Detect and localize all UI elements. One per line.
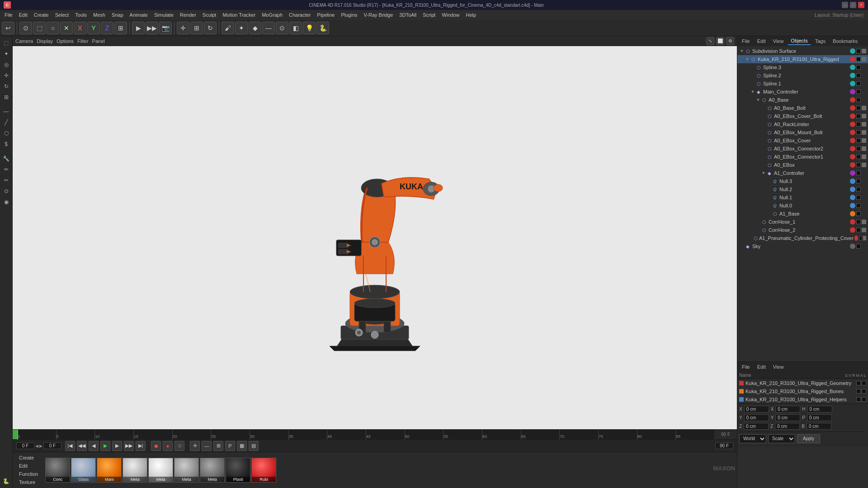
tree-vis-toggle-8[interactable]: [856, 114, 861, 118]
paint-button[interactable]: 🖌: [222, 22, 234, 34]
material-glass[interactable]: Glass: [71, 458, 96, 483]
viewport-camera-menu[interactable]: Camera: [15, 38, 33, 44]
left-tool-15[interactable]: ◉: [1, 197, 11, 207]
menu-animate[interactable]: Animate: [127, 11, 151, 19]
material-meta3[interactable]: Meta: [174, 458, 199, 483]
tree-item-9[interactable]: ⬡A0_RackLimiter: [737, 120, 868, 128]
menu-render[interactable]: Render: [177, 11, 199, 19]
menu-select[interactable]: Select: [52, 11, 72, 19]
material-meta1[interactable]: Meta: [123, 458, 147, 483]
prev-frame-button[interactable]: ◀◀: [77, 441, 87, 451]
tree-vis-toggle-24[interactable]: [856, 244, 861, 249]
menu-pipeline[interactable]: Pipeline: [314, 11, 337, 19]
tree-item-17[interactable]: QNull.2: [737, 185, 868, 193]
rectangle-selection-button[interactable]: ⬚: [33, 22, 46, 34]
tree-item-13[interactable]: ⬡A0_EBox_Connector1: [737, 153, 868, 161]
texture-button[interactable]: ◧: [289, 22, 302, 34]
tree-item-19[interactable]: QNull.0: [737, 202, 868, 210]
tree-arrow-15[interactable]: ▼: [761, 171, 766, 175]
rb-tab-view[interactable]: View: [770, 363, 787, 371]
right-tab-tags[interactable]: Tags: [812, 38, 828, 45]
menu-window[interactable]: Window: [439, 11, 462, 19]
pos-z-input[interactable]: [744, 423, 769, 430]
viewport-filter-menu[interactable]: Filter: [77, 38, 88, 44]
right-tab-objects[interactable]: Objects: [788, 37, 810, 45]
apply-button[interactable]: Apply: [797, 434, 820, 443]
left-tool-12[interactable]: ✏: [1, 164, 11, 174]
obj-vis-0[interactable]: [856, 381, 861, 385]
menu-3dtoall[interactable]: 3DToAll: [396, 11, 419, 19]
scale-tool-button[interactable]: ⊞: [190, 22, 203, 34]
material-meta4[interactable]: Meta: [200, 458, 225, 483]
tree-item-14[interactable]: ⬡A0_EBox: [737, 161, 868, 169]
tree-vis-toggle-0[interactable]: [856, 49, 861, 53]
left-tool-7[interactable]: —: [1, 107, 11, 117]
left-tool-8[interactable]: ╱: [1, 117, 11, 127]
menu-sculpt[interactable]: Sculpt: [200, 11, 219, 19]
viewport-display-menu[interactable]: Display: [37, 38, 53, 44]
obj-vis-1[interactable]: [856, 389, 861, 394]
right-tab-file[interactable]: File: [739, 38, 753, 45]
tree-item-2[interactable]: ⬡Spline.3: [737, 63, 868, 71]
tree-item-3[interactable]: ⬡Spline.2: [737, 71, 868, 80]
tree-vis-toggle-9[interactable]: [856, 122, 861, 127]
rotate-tool-button[interactable]: ↻: [204, 22, 217, 34]
right-tab-view[interactable]: View: [770, 38, 787, 45]
free-selection-button[interactable]: ✕: [60, 22, 73, 34]
tree-arrow-1[interactable]: ▼: [745, 57, 750, 61]
tree-arrow-6[interactable]: ▼: [755, 98, 761, 102]
mat-function[interactable]: Function: [16, 470, 41, 478]
tree-vis-toggle-7[interactable]: [856, 106, 861, 110]
material-meta2[interactable]: Meta: [148, 458, 173, 483]
magnet-button[interactable]: ✦: [235, 22, 248, 34]
rb-tab-edit[interactable]: Edit: [755, 363, 769, 371]
obj-lock-1[interactable]: [862, 389, 866, 394]
tree-vis-toggle-2[interactable]: [856, 65, 861, 70]
key-add-button[interactable]: ✛: [190, 441, 200, 451]
left-tool-bottom[interactable]: 🐍: [1, 476, 11, 486]
menu-edit[interactable]: Edit: [16, 11, 30, 19]
y-axis-button[interactable]: Y: [87, 22, 100, 34]
material-conc[interactable]: Conc: [45, 458, 70, 483]
z-axis-button[interactable]: Z: [101, 22, 113, 34]
next-key-button[interactable]: ▶: [112, 441, 122, 451]
key-grid-button[interactable]: ▦: [237, 441, 247, 451]
key-remove-button[interactable]: —: [202, 441, 212, 451]
record-button[interactable]: ⏺: [151, 441, 161, 451]
tree-item-20[interactable]: ⬡A1_Base: [737, 210, 868, 218]
maximize-button[interactable]: □: [850, 2, 856, 8]
menu-create[interactable]: Create: [31, 11, 52, 19]
tree-vis-toggle-1[interactable]: [856, 57, 861, 61]
pin-button[interactable]: ◆: [249, 22, 261, 34]
render-active-view-button[interactable]: ▶▶: [146, 22, 158, 34]
material-mani[interactable]: Mani: [97, 458, 122, 483]
settings-button[interactable]: ⚙: [726, 37, 734, 45]
coord-system-dropdown[interactable]: World Local Object: [739, 434, 766, 443]
mat-create[interactable]: Create: [16, 454, 41, 461]
size-b-input[interactable]: [807, 423, 831, 430]
menu-tools[interactable]: Tools: [72, 11, 90, 19]
left-tool-6[interactable]: ⊞: [1, 92, 11, 102]
viewport-options-menu[interactable]: Options: [57, 38, 74, 44]
tree-item-4[interactable]: ⬡Spline.1: [737, 80, 868, 88]
tree-vis-toggle-11[interactable]: [856, 138, 861, 143]
tree-item-18[interactable]: QNull.1: [737, 193, 868, 202]
obj-lock-2[interactable]: [862, 397, 866, 402]
tree-item-15[interactable]: ▼◆A1_Controller: [737, 169, 868, 177]
next-frame-button[interactable]: ▶▶: [124, 441, 134, 451]
pos-x-input[interactable]: [744, 406, 769, 413]
minimize-button[interactable]: –: [842, 2, 848, 8]
close-button[interactable]: ✕: [858, 2, 864, 8]
size-y-input[interactable]: [775, 414, 800, 421]
tree-vis-toggle-19[interactable]: [856, 203, 861, 208]
tree-arrow-0[interactable]: ▼: [739, 49, 745, 53]
play-button[interactable]: ▶: [100, 441, 110, 451]
tree-item-11[interactable]: ⬡A0_EBox_Cover: [737, 136, 868, 145]
tree-item-10[interactable]: ⬡A0_EBox_Mount_Bolt: [737, 128, 868, 136]
right-tab-edit[interactable]: Edit: [755, 38, 769, 45]
playhead[interactable]: [17, 430, 18, 440]
tree-vis-toggle-6[interactable]: [856, 98, 861, 102]
python-button[interactable]: 🐍: [316, 22, 329, 34]
tree-vis-toggle-4[interactable]: [856, 81, 861, 86]
left-tool-4[interactable]: ✛: [1, 70, 11, 80]
